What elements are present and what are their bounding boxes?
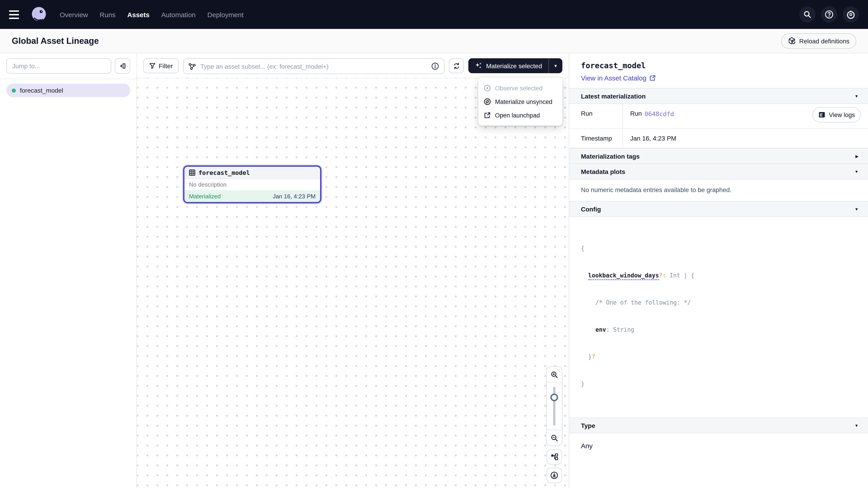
run-row: Run Run 0648cdfd View logs — [569, 104, 868, 129]
zoom-slider — [547, 383, 562, 430]
materialize-selected-button[interactable]: Materialize selected — [469, 58, 548, 73]
filter-button[interactable]: Filter — [143, 58, 179, 73]
zoom-in-icon — [550, 371, 558, 379]
collapse-panel-icon — [119, 63, 126, 69]
download-icon — [550, 471, 558, 480]
zoom-in-button[interactable] — [547, 367, 562, 383]
asset-node-name: forecast_model — [198, 169, 250, 176]
menu-item-label: Observe selected — [495, 85, 542, 92]
reload-definitions-label: Reload definitions — [799, 37, 849, 44]
refresh-icon — [453, 62, 460, 69]
sidebar-item-forecast-model[interactable]: forecast_model — [6, 84, 130, 97]
materialized-status-dot — [12, 88, 16, 92]
section-header-type[interactable]: Type ▼ — [569, 418, 868, 433]
dagster-logo[interactable] — [30, 5, 48, 24]
code-comment: /* One of the following: */ — [595, 299, 691, 306]
jump-to-input[interactable] — [6, 58, 111, 74]
asset-details-panel: forecast_model View in Asset Catalog Lat… — [569, 53, 868, 488]
timestamp-value: Jan 16, 4:23 PM — [630, 135, 676, 142]
menu-item-observe-selected: Observe selected — [478, 81, 562, 95]
panel-asset-title: forecast_model — [581, 61, 856, 70]
section-title: Metadata plots — [581, 168, 855, 175]
metadata-plots-empty-message: No numeric metadata entries available to… — [569, 180, 868, 201]
zoom-slider-track[interactable] — [553, 387, 555, 426]
zoom-out-button[interactable] — [547, 430, 562, 446]
view-logs-label: View logs — [829, 111, 855, 118]
menu-item-label: Open launchpad — [495, 112, 540, 119]
timestamp-row-value: Jan 16, 4:23 PM — [623, 129, 868, 148]
rearrange-layout-button[interactable] — [547, 449, 562, 464]
app: Overview Runs Assets Automation Deployme… — [0, 0, 868, 488]
materialize-sync-icon — [484, 98, 491, 105]
primary-nav: Overview Runs Assets Automation Deployme… — [60, 11, 243, 18]
zoom-out-icon — [550, 434, 558, 442]
menu-item-label: Materialize unsynced — [495, 98, 553, 105]
nav-item-runs[interactable]: Runs — [100, 11, 116, 18]
timestamp-row: Timestamp Jan 16, 4:23 PM — [569, 129, 868, 148]
asset-node-forecast-model[interactable]: forecast_model No description Materializ… — [183, 165, 321, 203]
view-logs-button[interactable]: View logs — [813, 107, 861, 123]
nav-item-deployment[interactable]: Deployment — [207, 11, 243, 18]
search-button[interactable] — [799, 6, 815, 23]
zoom-slider-thumb[interactable] — [550, 394, 558, 401]
timestamp-row-label: Timestamp — [569, 129, 623, 148]
run-id-link[interactable]: 0648cdfd — [645, 110, 674, 118]
asset-node-status: Materialized — [189, 193, 221, 200]
code-token: ? — [659, 272, 662, 279]
filter-funnel-icon — [149, 63, 156, 69]
reload-definitions-button[interactable]: Reload definitions — [781, 33, 856, 48]
materialize-selected-label: Materialize selected — [486, 62, 542, 69]
gear-icon — [846, 10, 855, 19]
help-button[interactable] — [821, 6, 837, 23]
section-header-config[interactable]: Config ▼ — [569, 201, 868, 217]
top-nav: Overview Runs Assets Automation Deployme… — [0, 0, 868, 29]
section-title: Config — [581, 205, 855, 213]
section-title: Type — [581, 422, 855, 429]
page-title: Global Asset Lineage — [12, 36, 99, 46]
info-icon[interactable] — [432, 62, 439, 70]
filter-label: Filter — [159, 62, 173, 69]
code-token: { — [581, 245, 585, 252]
sidebar-item-label: forecast_model — [20, 87, 63, 94]
asset-subset-input[interactable] — [199, 62, 428, 70]
settings-button[interactable] — [843, 6, 859, 23]
collapse-panel-button[interactable] — [115, 58, 130, 74]
menu-item-materialize-unsynced[interactable]: Materialize unsynced — [478, 95, 562, 108]
sidebar-top — [0, 53, 136, 79]
section-title: Latest materialization — [581, 92, 855, 100]
materialize-dropdown-toggle[interactable]: ▼ — [549, 58, 562, 73]
sidebar-asset-list: forecast_model — [0, 79, 136, 102]
config-schema-code: { lookback_window_days?: Int | { /* One … — [569, 217, 868, 418]
run-row-value: Run 0648cdfd View logs — [623, 104, 868, 128]
refresh-button[interactable] — [449, 58, 464, 73]
view-in-asset-catalog-link[interactable]: View in Asset Catalog — [581, 74, 656, 82]
section-header-metadata-plots[interactable]: Metadata plots ▼ — [569, 164, 868, 180]
nav-item-overview[interactable]: Overview — [60, 11, 88, 18]
caret-down-icon: ▼ — [554, 64, 558, 68]
hamburger-icon[interactable] — [9, 7, 24, 22]
section-header-latest-materialization[interactable]: Latest materialization ▼ — [569, 88, 868, 104]
lineage-sidebar: forecast_model — [0, 53, 137, 488]
nav-item-assets[interactable]: Assets — [127, 11, 149, 18]
asset-node-footer: Materialized Jan 16, 4:23 PM — [184, 191, 320, 202]
caret-down-icon: ▼ — [855, 169, 859, 174]
run-prefix: Run — [630, 110, 642, 117]
caret-right-icon: ▶ — [855, 154, 859, 158]
asset-node-header: forecast_model — [184, 167, 320, 179]
config-key-lookback-window-days[interactable]: lookback_window_days — [588, 272, 659, 280]
config-key-env: env — [595, 326, 606, 333]
help-icon — [825, 10, 834, 19]
external-link-icon — [649, 74, 656, 81]
menu-item-open-launchpad[interactable]: Open launchpad — [478, 108, 562, 122]
layout-tree-icon — [550, 453, 558, 461]
graph-dot-grid[interactable] — [137, 78, 569, 488]
nav-item-automation[interactable]: Automation — [161, 11, 196, 18]
download-view-button[interactable] — [547, 468, 562, 483]
canvas-toolbar: Filter — [143, 58, 562, 74]
section-header-materialization-tags[interactable]: Materialization tags ▶ — [569, 148, 868, 164]
view-logs-icon — [818, 111, 826, 119]
materialize-split-button: Materialize selected ▼ — [469, 58, 562, 73]
panel-title-block: forecast_model View in Asset Catalog — [569, 53, 868, 82]
code-token: ? — [592, 353, 595, 360]
section-title: Materialization tags — [581, 153, 855, 160]
